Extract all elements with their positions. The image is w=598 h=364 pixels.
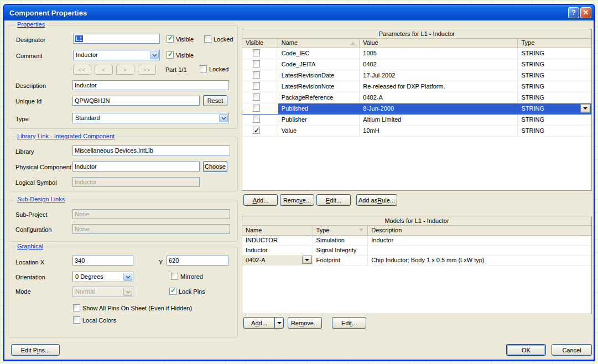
orientation-combobox[interactable]: 0 Degrees (72, 272, 133, 282)
location-x-label: Location X (15, 259, 44, 266)
column-header-model-name[interactable]: Name (242, 226, 313, 235)
parameter-row[interactable]: Code_IEC1005STRING (242, 48, 591, 59)
help-icon[interactable]: ? (568, 7, 579, 18)
local-colors-checkbox[interactable] (73, 316, 80, 324)
designator-locked-checkbox[interactable] (204, 35, 211, 43)
parameter-row[interactable]: LatestRevisionDate17-Jul-2002STRING (242, 70, 591, 81)
comment-visible-label: Visible (176, 52, 194, 59)
orientation-dropdown-icon[interactable] (123, 273, 132, 281)
comment-combobox[interactable]: Inductor (73, 50, 160, 60)
param-visible-checkbox[interactable]: ✓ (253, 127, 260, 134)
column-header-type[interactable]: Type (518, 39, 591, 48)
param-visible-checkbox[interactable] (253, 49, 260, 56)
column-header-name-label: Name (282, 39, 298, 46)
parameter-row[interactable]: Published8-Jun-2000STRING (242, 103, 591, 115)
model-row[interactable]: InductorSignal Integrity (242, 246, 591, 256)
graphical-section-title[interactable]: Graphical (15, 243, 45, 249)
param-visible-checkbox[interactable] (253, 93, 260, 101)
parameters-remove-button[interactable]: Remove... (280, 194, 314, 206)
column-header-value[interactable]: Value (360, 39, 518, 48)
model-name-dropdown-icon[interactable] (302, 256, 312, 264)
sub-project-input: None (72, 209, 230, 219)
lock-pins-label: Lock Pins (179, 288, 205, 295)
model-row[interactable]: INDUCTORSimulationInductor (242, 236, 591, 246)
edit-pins-button[interactable]: Edit Pins... (11, 344, 60, 356)
part-last-button[interactable]: >> (138, 65, 156, 75)
close-icon[interactable]: ✕ (580, 7, 591, 18)
add-as-rule-button[interactable]: Add as Rule... (356, 194, 397, 206)
location-y-label: Y (159, 259, 163, 266)
parameters-table-title: Parameters for L1 - Inductor (242, 29, 591, 39)
parameter-row[interactable]: PublisherAltium LimitedSTRING (242, 115, 591, 126)
library-link-section-title[interactable]: Library Link - Integrated Component (15, 133, 117, 139)
models-edit-button[interactable]: Edit... (332, 317, 366, 329)
param-visible-checkbox[interactable] (253, 82, 260, 90)
sub-design-section-title[interactable]: Sub-Design Links (15, 196, 67, 202)
param-name-cell: LatestRevisionNote (278, 81, 360, 92)
model-name-cell: INDUCTOR (242, 236, 313, 245)
param-type-cell: STRING (518, 70, 591, 81)
parameters-edit-button[interactable]: Edit... (316, 194, 351, 206)
description-input[interactable]: Inductor (72, 80, 229, 90)
configuration-input: None (72, 224, 230, 234)
models-remove-button[interactable]: Remove... (288, 317, 322, 329)
models-add-button[interactable]: Add... (243, 317, 275, 329)
param-visible-cell (242, 81, 278, 92)
location-x-input[interactable]: 340 (72, 256, 133, 266)
component-properties-dialog: Component Properties ? ✕ Properties Desi… (3, 4, 595, 361)
parameter-row[interactable]: LatestRevisionNoteRe-released for DXP Pl… (242, 81, 591, 92)
mode-label: Mode (15, 288, 31, 295)
library-label: Library (15, 148, 34, 155)
properties-group: Properties Designator L1 ✓ Visible Locke… (8, 25, 238, 129)
model-type-cell: Footprint (313, 256, 368, 265)
mirrored-checkbox[interactable] (171, 273, 178, 280)
lock-pins-checkbox[interactable]: ✓ (169, 288, 176, 295)
param-value-cell: 0402 (360, 59, 518, 70)
param-name-cell: Code_IEC (278, 48, 360, 59)
param-value-dropdown-icon[interactable] (580, 104, 590, 113)
parameter-row[interactable]: ✓Value10mHSTRING (242, 126, 591, 137)
library-input[interactable]: Miscellaneous Devices.IntLib (72, 145, 230, 155)
dropdown-arrow-icon (305, 259, 309, 261)
param-visible-checkbox[interactable] (253, 105, 260, 112)
ok-button[interactable]: OK (506, 344, 546, 356)
designator-visible-checkbox[interactable]: ✓ (167, 35, 174, 43)
type-combobox[interactable]: Standard (72, 113, 229, 123)
param-name-cell: LatestRevisionDate (278, 70, 360, 81)
model-type-cell: Signal Integrity (313, 246, 368, 255)
param-visible-checkbox[interactable] (253, 116, 260, 123)
properties-section-title[interactable]: Properties (15, 21, 47, 28)
choose-button[interactable]: Choose (203, 161, 227, 172)
model-row[interactable]: 0402-AFootprintChip Inductor; Body 1 x 0… (242, 256, 591, 266)
param-visible-checkbox[interactable] (253, 71, 260, 79)
parameter-row[interactable]: PackageReference0402-ASTRING (242, 92, 591, 103)
parameters-add-button[interactable]: Add... (243, 194, 278, 206)
designator-input[interactable]: L1 (73, 34, 160, 44)
type-dropdown-icon[interactable] (219, 114, 228, 122)
param-visible-checkbox[interactable] (253, 60, 260, 67)
configuration-label: Configuration (15, 226, 51, 233)
column-header-model-description[interactable]: Description (368, 226, 591, 235)
location-y-input[interactable]: 620 (167, 256, 228, 266)
comment-visible-checkbox[interactable]: ✓ (167, 51, 174, 59)
part-next-button[interactable]: > (116, 65, 134, 75)
physical-component-input[interactable]: Inductor (72, 162, 200, 171)
part-locked-checkbox[interactable] (200, 65, 207, 72)
column-header-visible[interactable]: Visible (242, 39, 278, 48)
part-first-button[interactable]: << (73, 65, 91, 75)
comment-dropdown-icon[interactable] (150, 51, 159, 59)
show-all-pins-checkbox[interactable] (73, 304, 80, 311)
parameters-table: Parameters for L1 - Inductor Visible Nam… (242, 29, 592, 191)
title-bar[interactable]: Component Properties ? ✕ (4, 5, 594, 20)
models-add-dropdown-icon[interactable] (274, 317, 284, 329)
column-header-model-type[interactable]: Type (313, 226, 368, 235)
part-prev-button[interactable]: < (95, 65, 113, 75)
parameter-row[interactable]: Code_JEITA0402STRING (242, 59, 591, 70)
unique-id-input[interactable]: QPWQBHJN (72, 96, 200, 106)
reset-button[interactable]: Reset (203, 95, 227, 106)
mode-dropdown-icon (123, 288, 132, 296)
column-header-name[interactable]: Name (278, 39, 360, 48)
cancel-button[interactable]: Cancel (552, 344, 592, 356)
param-name-cell: Published (278, 103, 360, 114)
param-visible-cell (242, 103, 278, 114)
